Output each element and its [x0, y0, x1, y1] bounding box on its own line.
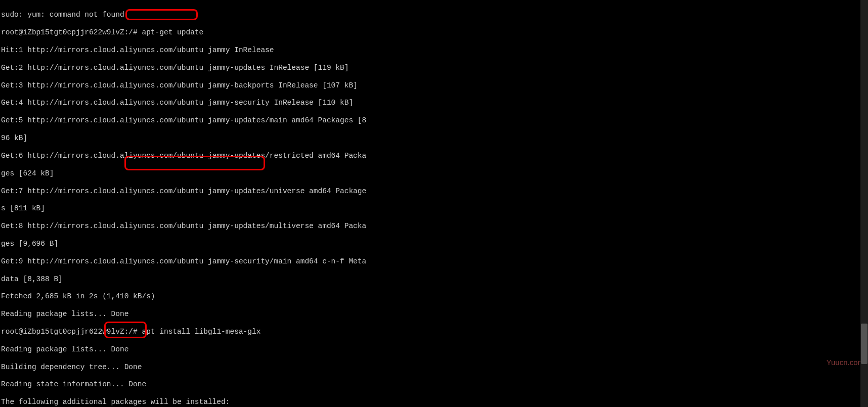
command-input-2[interactable]: apt install libgl1-mesa-glx [142, 328, 261, 336]
prompt-prefix: root@iZbp15tgt0cpjjr622w9lvZ:/ [1, 28, 133, 36]
output-line: Get:4 http://mirrors.cloud.aliyuncs.com/… [1, 99, 867, 107]
output-line: Reading state information... Done [1, 380, 867, 389]
output-line: s [811 kB] [1, 204, 867, 213]
output-line: data [8,388 B] [1, 275, 867, 284]
prompt-prefix: root@iZbp15tgt0cpjjr622w9lvZ:/ [1, 328, 133, 336]
output-line: The following additional packages will b… [1, 398, 867, 406]
output-line: Get:6 http://mirrors.cloud.aliyuncs.com/… [1, 152, 867, 160]
command-input-1[interactable]: apt-get update [142, 28, 203, 36]
prompt-line-1: root@iZbp15tgt0cpjjr622w9lvZ:/# apt-get … [1, 28, 867, 37]
prompt-hash: # [133, 28, 142, 36]
output-line: Hit:1 http://mirrors.cloud.aliyuncs.com/… [1, 46, 867, 55]
output-line: 96 kB] [1, 134, 867, 143]
output-line: ges [624 kB] [1, 169, 867, 178]
output-line: Get:2 http://mirrors.cloud.aliyuncs.com/… [1, 64, 867, 72]
output-line: Reading package lists... Done [1, 345, 867, 354]
output-line: Get:8 http://mirrors.cloud.aliyuncs.com/… [1, 222, 867, 231]
output-line: Get:7 http://mirrors.cloud.aliyuncs.com/… [1, 187, 867, 196]
output-line: Fetched 2,685 kB in 2s (1,410 kB/s) [1, 292, 867, 301]
scrollbar-vertical[interactable] [860, 0, 868, 407]
prompt-line-2: root@iZbp15tgt0cpjjr622w9lvZ:/# apt inst… [1, 328, 867, 336]
output-line: ges [9,696 B] [1, 240, 867, 248]
output-line: Get:3 http://mirrors.cloud.aliyuncs.com/… [1, 81, 867, 90]
output-line: Get:5 http://mirrors.cloud.aliyuncs.com/… [1, 116, 867, 125]
output-line: sudo: yum: command not found [1, 11, 867, 19]
output-line: Reading package lists... Done [1, 310, 867, 319]
scrollbar-thumb[interactable] [861, 324, 867, 364]
watermark-text: Yuucn.com [827, 358, 864, 367]
output-line: Building dependency tree... Done [1, 363, 867, 372]
terminal-output[interactable]: sudo: yum: command not found root@iZbp15… [0, 0, 868, 407]
prompt-hash: # [133, 328, 142, 336]
output-line: Get:9 http://mirrors.cloud.aliyuncs.com/… [1, 257, 867, 266]
